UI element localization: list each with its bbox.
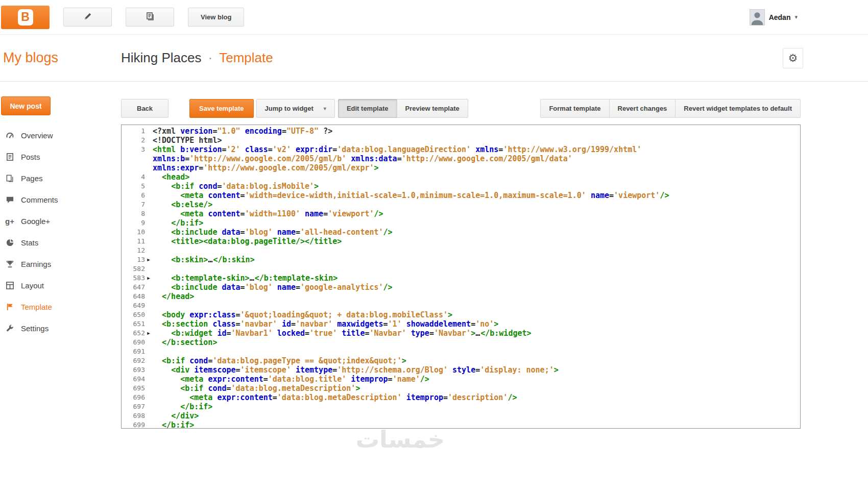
back-button[interactable]: Back <box>121 99 168 118</box>
code-line-content[interactable]: <html b:version='2' class='v2' expr:dir=… <box>152 145 800 172</box>
code-line-content[interactable]: <meta expr:content='data:blog.title' ite… <box>152 375 800 384</box>
line-number: 9 <box>122 218 145 228</box>
code-line-content[interactable]: </head> <box>152 292 800 301</box>
code-line-content[interactable]: <head> <box>152 172 800 182</box>
fold-arrow-icon[interactable]: ► <box>145 329 152 338</box>
code-line-content[interactable]: <body expr:class='&quot;loading&quot; + … <box>152 310 800 319</box>
sidebar-item-label: Pages <box>21 174 43 183</box>
sidebar-item-stats[interactable]: Stats <box>0 232 121 253</box>
code-line-content[interactable]: <b:template-skin>…</b:template-skin> <box>152 274 800 283</box>
code-line: 647 <b:include data='blog' name='google-… <box>122 283 800 292</box>
line-number: 4 <box>122 172 145 182</box>
code-line: 699 </b:if> <box>122 420 800 429</box>
code-line-content[interactable]: <b:if cond='data:blog.isMobile'> <box>152 182 800 191</box>
code-line: 2<!DOCTYPE html> <box>122 136 800 145</box>
code-line-content[interactable]: </b:if> <box>152 218 800 228</box>
post-list-icon <box>146 12 155 22</box>
code-line-content[interactable] <box>152 264 800 274</box>
revert-widget-templates-button[interactable]: Revert widget templates to default <box>675 99 801 118</box>
line-number: 10 <box>122 228 145 237</box>
code-line-content[interactable]: <b:widget id='Navbar1' locked='true' tit… <box>152 329 800 338</box>
code-line-content[interactable]: <b:section class='navbar' id='navbar' ma… <box>152 319 800 329</box>
code-line-content[interactable]: <b:else/> <box>152 200 800 209</box>
sidebar-item-pages[interactable]: Pages <box>0 167 121 189</box>
collapsed-code-icon[interactable]: … <box>250 274 255 283</box>
code-line-content[interactable]: <meta expr:content='data:blog.metaDescri… <box>152 393 800 402</box>
edit-template-button[interactable]: Edit template <box>338 99 397 118</box>
line-gutter: 647 <box>122 283 152 292</box>
code-line-content[interactable]: <b:include data='blog' name='all-head-co… <box>152 228 800 237</box>
sidebar-item-overview[interactable]: Overview <box>0 125 121 146</box>
code-line-content[interactable]: <div itemscope='itemscope' itemtype='htt… <box>152 365 800 375</box>
breadcrumb: Hiking Places · Template <box>121 50 273 66</box>
line-gutter: 697 <box>122 402 152 411</box>
code-line: 651 <b:section class='navbar' id='navbar… <box>122 319 800 329</box>
edit-preview-group: Edit template Preview template <box>338 99 468 118</box>
new-post-pencil-button[interactable] <box>63 8 112 27</box>
line-gutter: 5 <box>122 182 152 191</box>
sidebar-item-googleplus[interactable]: g+Google+ <box>0 210 121 232</box>
code-line-content[interactable]: </div> <box>152 411 800 420</box>
code-line-content[interactable]: <b:if cond='data:blog.pageType == &quot;… <box>152 356 800 365</box>
template-toolbar: Back Save template Jump to widget ▾ Edit… <box>121 99 801 118</box>
code-editor[interactable]: 1<?xml version="1.0" encoding="UTF-8" ?>… <box>121 125 801 429</box>
code-line-content[interactable]: <meta content='width=device-width,initia… <box>152 191 800 200</box>
template-icon <box>5 302 14 311</box>
line-number: 693 <box>122 365 145 375</box>
sidebar-item-settings[interactable]: Settings <box>0 317 121 339</box>
chevron-down-icon: ▾ <box>794 14 798 20</box>
new-post-button[interactable]: New post <box>1 96 51 115</box>
sidebar-item-comments[interactable]: Comments <box>0 189 121 210</box>
line-number: 647 <box>122 283 145 292</box>
user-menu[interactable]: Aedan ▾ <box>750 9 798 26</box>
code-line: 8 <meta content='width=1100' name='viewp… <box>122 209 800 218</box>
code-line-content[interactable]: <b:if cond='data:blog.metaDescription'> <box>152 384 800 393</box>
code-line-content[interactable]: <!DOCTYPE html> <box>152 136 800 145</box>
code-line: 690 </b:section> <box>122 338 800 347</box>
code-line: 9 </b:if> <box>122 218 800 228</box>
code-line-content[interactable]: </b:if> <box>152 420 800 429</box>
revert-changes-button[interactable]: Revert changes <box>609 99 676 118</box>
code-line: 695 <b:if cond='data:blog.metaDescriptio… <box>122 384 800 393</box>
earnings-icon <box>5 259 14 268</box>
collapsed-code-icon[interactable]: … <box>475 329 480 338</box>
code-line-content[interactable] <box>152 246 800 255</box>
preview-template-button[interactable]: Preview template <box>397 99 468 118</box>
fold-arrow-icon[interactable]: ► <box>145 255 152 264</box>
line-gutter: 2 <box>122 136 152 145</box>
sidebar-item-layout[interactable]: Layout <box>0 275 121 296</box>
collapsed-code-icon[interactable]: … <box>208 255 213 264</box>
jump-to-widget-button[interactable]: Jump to widget ▾ <box>256 99 335 118</box>
code-line: 10 <b:include data='blog' name='all-head… <box>122 228 800 237</box>
line-number: 6 <box>122 191 145 200</box>
line-gutter: 11 <box>122 237 152 246</box>
code-line: 12 <box>122 246 800 255</box>
code-line-content[interactable]: <?xml version="1.0" encoding="UTF-8" ?> <box>152 127 800 136</box>
code-line-content[interactable] <box>152 347 800 356</box>
code-line-content[interactable] <box>152 301 800 310</box>
sidebar-item-template[interactable]: Template <box>0 296 121 317</box>
post-list-button[interactable] <box>126 8 174 27</box>
settings-gear-button[interactable]: ⚙ <box>783 48 803 68</box>
avatar <box>750 9 765 26</box>
blogger-logo[interactable]: B <box>1 6 50 29</box>
code-line-content[interactable]: </b:if> <box>152 402 800 411</box>
sidebar-item-earnings[interactable]: Earnings <box>0 253 121 275</box>
code-line-content[interactable]: </b:section> <box>152 338 800 347</box>
code-line-content[interactable]: <title><data:blog.pageTitle/></title> <box>152 237 800 246</box>
user-name: Aedan <box>769 13 791 21</box>
line-gutter: 12 <box>122 246 152 255</box>
fold-arrow-icon[interactable]: ► <box>145 274 152 283</box>
view-blog-button[interactable]: View blog <box>188 8 244 27</box>
save-template-button[interactable]: Save template <box>189 99 253 118</box>
chevron-down-icon: ▾ <box>324 106 326 111</box>
code-line-content[interactable]: <b:skin>…</b:skin> <box>152 255 800 264</box>
code-line-content[interactable]: <b:include data='blog' name='google-anal… <box>152 283 800 292</box>
line-gutter: 649 <box>122 301 152 310</box>
sidebar-item-posts[interactable]: Posts <box>0 146 121 167</box>
format-template-button[interactable]: Format template <box>540 99 609 118</box>
code-line-content[interactable]: <meta content='width=1100' name='viewpor… <box>152 209 800 218</box>
code-line: 693 <div itemscope='itemscope' itemtype=… <box>122 365 800 375</box>
my-blogs-heading: My blogs <box>3 50 121 66</box>
page-title: Template <box>219 50 273 66</box>
